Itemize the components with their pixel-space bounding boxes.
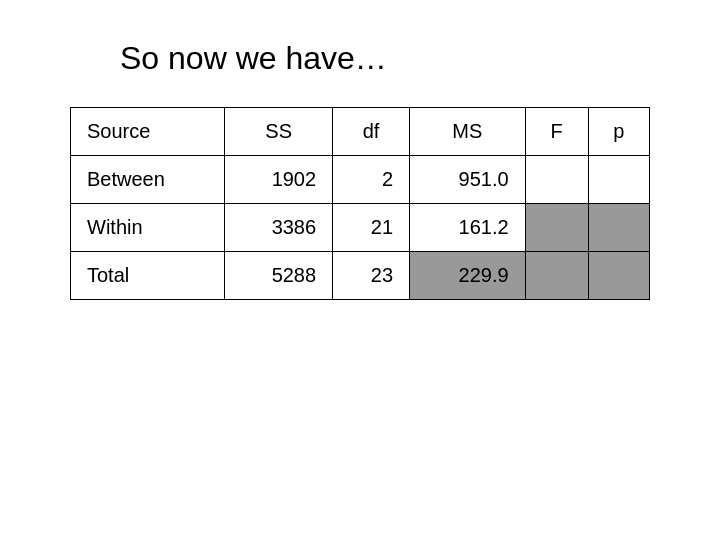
cell-ms-0: 951.0: [410, 156, 526, 204]
page-title: So now we have…: [120, 40, 387, 77]
cell-ss-0: 1902: [225, 156, 333, 204]
cell-p-2: [588, 252, 649, 300]
cell-df-0: 2: [333, 156, 410, 204]
table-row: Within338621161.2: [71, 204, 650, 252]
cell-ss-2: 5288: [225, 252, 333, 300]
cell-ms-1: 161.2: [410, 204, 526, 252]
cell-ms-2: 229.9: [410, 252, 526, 300]
cell-f-0: [525, 156, 588, 204]
cell-ss-1: 3386: [225, 204, 333, 252]
table-row: Between19022951.0: [71, 156, 650, 204]
cell-source-1: Within: [71, 204, 225, 252]
anova-table: Source SS df MS F p Between19022951.0Wit…: [70, 107, 650, 300]
cell-source-2: Total: [71, 252, 225, 300]
header-source: Source: [71, 108, 225, 156]
header-f: F: [525, 108, 588, 156]
cell-p-0: [588, 156, 649, 204]
cell-p-1: [588, 204, 649, 252]
header-df: df: [333, 108, 410, 156]
header-p: p: [588, 108, 649, 156]
table-row: Total528823229.9: [71, 252, 650, 300]
header-ss: SS: [225, 108, 333, 156]
cell-source-0: Between: [71, 156, 225, 204]
cell-df-2: 23: [333, 252, 410, 300]
cell-f-2: [525, 252, 588, 300]
cell-f-1: [525, 204, 588, 252]
header-ms: MS: [410, 108, 526, 156]
cell-df-1: 21: [333, 204, 410, 252]
